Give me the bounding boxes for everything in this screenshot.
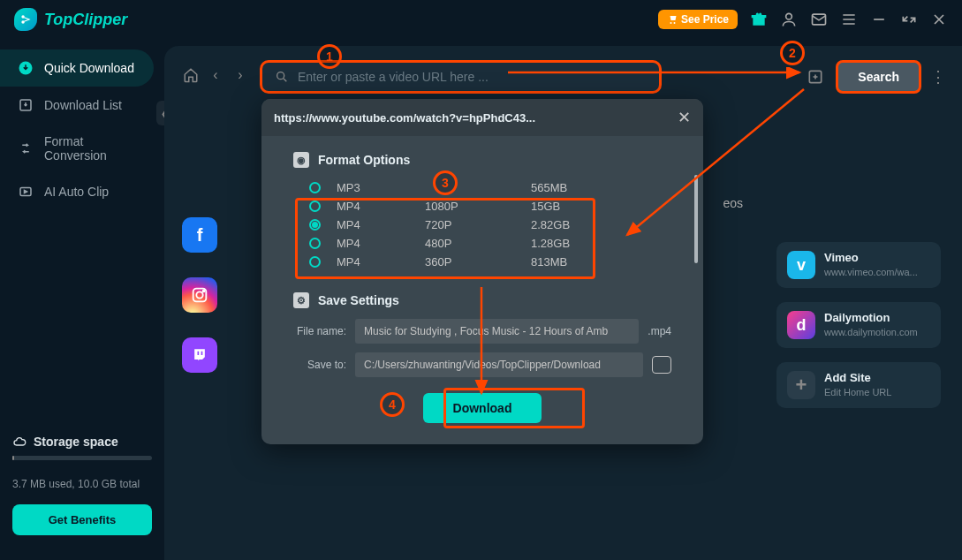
format-radio[interactable] bbox=[309, 256, 321, 268]
svg-point-11 bbox=[203, 291, 205, 292]
url-input[interactable] bbox=[298, 70, 647, 84]
get-benefits-button[interactable]: Get Benefits bbox=[12, 504, 152, 535]
instagram-tile[interactable] bbox=[182, 277, 217, 313]
storage-usage-text: 3.7 MB used, 10.0 GB total bbox=[12, 478, 152, 490]
card-add-site[interactable]: + Add Site Edit Home URL bbox=[776, 362, 941, 408]
format-radio[interactable] bbox=[309, 182, 321, 193]
sidebar-item-label: Download List bbox=[44, 98, 122, 112]
modal-close-button[interactable]: ✕ bbox=[678, 108, 691, 127]
sidebar-item-ai-auto-clip[interactable]: AI Auto Clip bbox=[0, 173, 164, 210]
sidebar-item-label: Format Conversion bbox=[44, 134, 147, 163]
more-menu-button[interactable]: ⋮ bbox=[930, 67, 944, 87]
sidebar-item-quick-download[interactable]: Quick Download bbox=[0, 49, 154, 87]
format-row[interactable]: MP4 480P 1.28GB bbox=[309, 234, 671, 253]
save-to-input[interactable] bbox=[355, 352, 643, 377]
maximize-icon[interactable] bbox=[900, 11, 918, 28]
format-size: 1.28GB bbox=[531, 237, 570, 250]
card-sub: Edit Home URL bbox=[824, 386, 891, 398]
svg-point-2 bbox=[786, 13, 792, 19]
close-icon[interactable] bbox=[930, 11, 948, 28]
browse-folder-button[interactable] bbox=[652, 356, 671, 374]
list-icon bbox=[18, 97, 34, 113]
app-name: TopClipper bbox=[44, 11, 127, 29]
sidebar: Quick Download Download List Format Conv… bbox=[0, 39, 164, 560]
card-title: Add Site bbox=[824, 371, 891, 386]
card-dailymotion[interactable]: d Dailymotion www.dailymotion.com bbox=[776, 302, 941, 348]
save-to-label: Save to: bbox=[293, 359, 346, 371]
svg-point-10 bbox=[196, 291, 202, 298]
format-type: MP4 bbox=[337, 237, 425, 250]
forward-button[interactable]: › bbox=[231, 67, 249, 87]
format-radio[interactable] bbox=[309, 201, 321, 212]
format-size: 15GB bbox=[531, 200, 560, 213]
logo-icon bbox=[14, 8, 37, 31]
cloud-icon bbox=[12, 435, 27, 449]
user-icon[interactable] bbox=[780, 11, 798, 28]
home-button[interactable] bbox=[182, 67, 200, 87]
storage-progress bbox=[12, 456, 152, 460]
app-logo: TopClipper bbox=[14, 8, 127, 31]
format-scrollbar[interactable] bbox=[694, 175, 698, 263]
browser-nav: ‹ › bbox=[182, 67, 249, 87]
format-options-title: ◉ Format Options bbox=[293, 152, 671, 168]
convert-icon bbox=[18, 140, 34, 156]
search-button[interactable]: Search bbox=[836, 60, 921, 94]
add-tab-button[interactable] bbox=[804, 65, 827, 88]
format-row[interactable]: MP4 1080P 15GB bbox=[309, 197, 671, 216]
videos-heading-fragment: eos bbox=[723, 196, 743, 210]
callout-2: 2 bbox=[780, 41, 805, 65]
dailymotion-icon: d bbox=[787, 311, 815, 339]
format-type: MP3 bbox=[337, 181, 425, 194]
card-vimeo[interactable]: v Vimeo www.vimeo.com/wa... bbox=[776, 242, 941, 288]
card-title: Vimeo bbox=[824, 251, 918, 266]
format-row[interactable]: MP4 360P 813MB bbox=[309, 253, 671, 271]
format-type: MP4 bbox=[337, 255, 425, 269]
callout-4: 4 bbox=[380, 392, 405, 417]
format-resolution: 480P bbox=[425, 237, 531, 250]
card-title: Dailymotion bbox=[824, 311, 918, 326]
download-button[interactable]: Download bbox=[423, 393, 542, 423]
format-resolution: 1080P bbox=[425, 200, 531, 213]
search-icon bbox=[275, 70, 289, 84]
format-row[interactable]: MP4 720P 2.82GB bbox=[309, 216, 671, 234]
format-radio[interactable] bbox=[309, 219, 321, 231]
sidebar-item-format-conversion[interactable]: Format Conversion bbox=[0, 124, 164, 173]
facebook-tile[interactable]: f bbox=[182, 217, 217, 253]
sidebar-item-label: Quick Download bbox=[44, 61, 134, 75]
sidebar-item-download-list[interactable]: Download List bbox=[0, 87, 164, 124]
format-size: 813MB bbox=[531, 255, 567, 269]
file-name-input[interactable] bbox=[355, 319, 639, 344]
format-row[interactable]: MP3 565MB bbox=[309, 178, 671, 197]
see-price-button[interactable]: See Price bbox=[658, 10, 738, 29]
twitch-tile[interactable] bbox=[182, 337, 217, 373]
vimeo-icon: v bbox=[787, 251, 815, 279]
storage-panel: Storage space 3.7 MB used, 10.0 GB total… bbox=[0, 435, 164, 549]
callout-1: 1 bbox=[317, 44, 342, 69]
format-type: MP4 bbox=[337, 200, 425, 213]
card-sub: www.dailymotion.com bbox=[824, 326, 918, 338]
save-settings-title: ⚙ Save Settings bbox=[293, 292, 671, 308]
titlebar: TopClipper See Price bbox=[0, 0, 962, 39]
format-size: 565MB bbox=[531, 181, 567, 194]
menu-icon[interactable] bbox=[840, 11, 858, 28]
back-button[interactable]: ‹ bbox=[207, 67, 224, 87]
clip-icon bbox=[18, 184, 34, 200]
card-sub: www.vimeo.com/wa... bbox=[824, 266, 918, 278]
format-list: MP3 565MB MP4 1080P 15GB MP4 720P 2.82GB… bbox=[293, 178, 671, 271]
download-modal: https://www.youtube.com/watch?v=hpPhdC43… bbox=[261, 99, 703, 444]
format-resolution: 360P bbox=[425, 255, 531, 269]
gear-icon: ⚙ bbox=[293, 292, 309, 308]
disc-icon: ◉ bbox=[293, 152, 309, 168]
modal-url-text: https://www.youtube.com/watch?v=hpPhdC43… bbox=[274, 111, 535, 125]
mail-icon[interactable] bbox=[810, 11, 828, 28]
callout-3: 3 bbox=[433, 170, 458, 195]
plus-icon: + bbox=[787, 371, 815, 399]
minimize-icon[interactable] bbox=[870, 11, 888, 28]
modal-header: https://www.youtube.com/watch?v=hpPhdC43… bbox=[261, 99, 703, 136]
gift-icon[interactable] bbox=[750, 11, 768, 28]
format-radio[interactable] bbox=[309, 238, 321, 249]
format-resolution: 720P bbox=[425, 218, 531, 231]
svg-point-7 bbox=[277, 72, 284, 79]
sidebar-item-label: AI Auto Clip bbox=[44, 185, 109, 199]
file-name-label: File name: bbox=[293, 325, 346, 337]
